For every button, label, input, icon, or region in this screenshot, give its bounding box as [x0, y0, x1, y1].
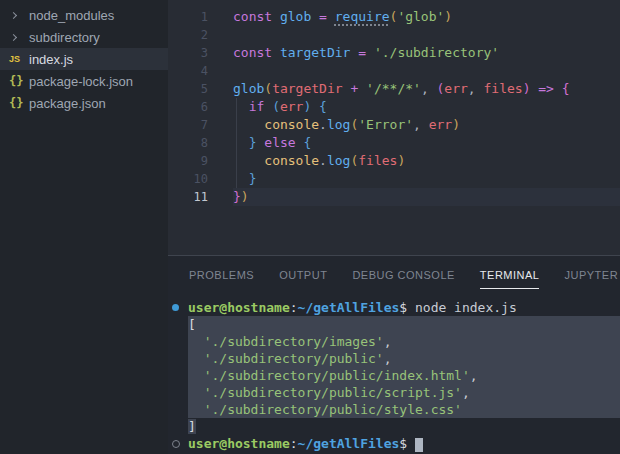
panel-tab-bar: PROBLEMSOUTPUTDEBUG CONSOLETERMINALJUPYT…: [168, 256, 620, 292]
line-number: 1: [168, 10, 208, 24]
terminal-output[interactable]: user@hostname:~/getAllFiles$ node index.…: [168, 299, 620, 454]
chevron-right-icon: [10, 33, 17, 40]
terminal-text: './subdirectory/public/index.html',: [188, 367, 620, 384]
line-number: 6: [168, 100, 208, 114]
terminal-text: ]: [188, 418, 196, 435]
line-number: 5: [168, 82, 208, 96]
chevron-right-icon: [9, 35, 29, 40]
terminal-text: './subdirectory/public/script.js',: [188, 384, 620, 401]
terminal-line[interactable]: './subdirectory/public',: [168, 350, 620, 367]
editor-line-11[interactable]: 11}): [168, 188, 620, 206]
sidebar-item-package-json[interactable]: {}package.json: [0, 92, 168, 114]
terminal-line[interactable]: [: [168, 316, 620, 333]
file-label: subdirectory: [29, 30, 100, 45]
terminal-line[interactable]: user@hostname:~/getAllFiles$ node index.…: [168, 299, 620, 316]
editor-line-2[interactable]: 2: [168, 26, 620, 44]
json-file-icon: {}: [9, 96, 23, 110]
code-editor[interactable]: 1const glob = require('glob')23const tar…: [168, 0, 620, 255]
command-success-dot-icon: [172, 304, 188, 311]
javascript-file-icon: JS: [9, 54, 20, 64]
line-number: 2: [168, 28, 208, 42]
indent-guide: [236, 98, 237, 188]
editor-line-5[interactable]: 5glob(targetDir + '/**/*', (err, files) …: [168, 80, 620, 98]
code-text: }): [233, 188, 620, 206]
code-text: } else {: [233, 134, 620, 152]
code-text: console.log('Error', err): [233, 116, 620, 134]
json-file-icon: {}: [9, 74, 23, 88]
code-text: const targetDir = './subdirectory': [233, 44, 620, 62]
line-number: 3: [168, 46, 208, 60]
terminal-line[interactable]: user@hostname:~/getAllFiles$: [168, 435, 620, 452]
terminal-line[interactable]: './subdirectory/public/index.html',: [168, 367, 620, 384]
line-number: 11: [168, 190, 208, 204]
file-label: package-lock.json: [29, 74, 133, 89]
sidebar-item-index-js[interactable]: JSindex.js: [0, 48, 168, 70]
editor-line-3[interactable]: 3const targetDir = './subdirectory': [168, 44, 620, 62]
terminal-text: user@hostname:~/getAllFiles$: [188, 435, 423, 452]
json-file-icon: {}: [9, 96, 29, 110]
bottom-panel: PROBLEMSOUTPUTDEBUG CONSOLETERMINALJUPYT…: [168, 255, 620, 454]
line-number: 4: [168, 64, 208, 78]
tab-problems[interactable]: PROBLEMS: [189, 259, 254, 289]
terminal-text: './subdirectory/images',: [188, 333, 620, 350]
chevron-right-icon: [10, 11, 17, 18]
json-file-icon: {}: [9, 74, 29, 88]
code-text: glob(targetDir + '/**/*', (err, files) =…: [233, 80, 620, 98]
sidebar-item-package-lock-json[interactable]: {}package-lock.json: [0, 70, 168, 92]
tab-output[interactable]: OUTPUT: [279, 259, 327, 289]
terminal-text: [: [188, 316, 620, 333]
command-circle-icon: [172, 440, 188, 448]
file-label: index.js: [29, 52, 73, 67]
line-number: 7: [168, 118, 208, 132]
terminal-cursor: [415, 438, 423, 452]
sidebar-item-node-modules[interactable]: node_modules: [0, 4, 168, 26]
main-column: 1const glob = require('glob')23const tar…: [168, 0, 620, 454]
chevron-right-icon: [9, 13, 29, 18]
file-explorer-sidebar[interactable]: node_modulessubdirectoryJSindex.js{}pack…: [0, 0, 168, 454]
tab-debug-console[interactable]: DEBUG CONSOLE: [352, 259, 454, 289]
editor-line-1[interactable]: 1const glob = require('glob'): [168, 8, 620, 26]
terminal-line[interactable]: ]: [168, 418, 620, 435]
javascript-file-icon: JS: [9, 54, 29, 64]
line-number: 9: [168, 154, 208, 168]
code-text: if (err) {: [233, 98, 620, 116]
line-number: 8: [168, 136, 208, 150]
terminal-line[interactable]: './subdirectory/public/script.js',: [168, 384, 620, 401]
code-text: const glob = require('glob'): [233, 8, 620, 26]
line-number: 10: [168, 172, 208, 186]
terminal-line[interactable]: './subdirectory/public/style.css': [168, 401, 620, 418]
sidebar-item-subdirectory[interactable]: subdirectory: [0, 26, 168, 48]
tab-jupyter[interactable]: JUPYTER: [564, 259, 618, 289]
terminal-text: user@hostname:~/getAllFiles$ node index.…: [188, 299, 517, 316]
vscode-window: node_modulessubdirectoryJSindex.js{}pack…: [0, 0, 620, 454]
terminal-text: './subdirectory/public/style.css': [188, 401, 620, 418]
file-label: package.json: [29, 96, 106, 111]
terminal-text: './subdirectory/public',: [188, 350, 620, 367]
editor-line-4[interactable]: 4: [168, 62, 620, 80]
code-text: }: [233, 170, 620, 188]
file-label: node_modules: [29, 8, 114, 23]
terminal-line[interactable]: './subdirectory/images',: [168, 333, 620, 350]
code-text: console.log(files): [233, 152, 620, 170]
tab-terminal[interactable]: TERMINAL: [480, 259, 540, 289]
